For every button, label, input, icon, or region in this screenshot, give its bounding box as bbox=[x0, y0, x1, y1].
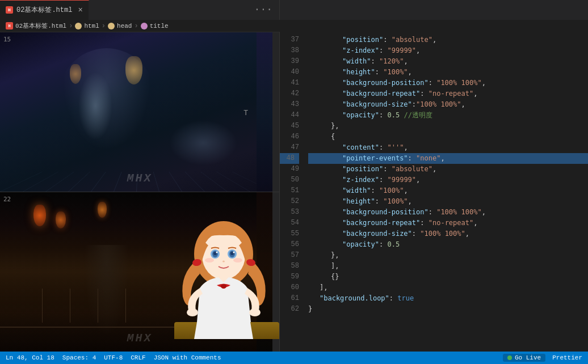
watermark-bottom: MHX bbox=[127, 332, 152, 345]
left-panel: 15 T MHX bbox=[0, 32, 280, 352]
breadcrumb-html: html bbox=[84, 23, 99, 29]
code-line-47: "content": "''", bbox=[308, 142, 588, 153]
code-line-55: "background-size": "100% 100%", bbox=[308, 228, 588, 239]
right-panel: 37 38 39 40 41 42 43 44 45 46 47 48 49 5… bbox=[280, 32, 588, 352]
code-line-45: }, bbox=[308, 121, 588, 132]
code-line-53: "background-position": "100% 100%", bbox=[308, 207, 588, 218]
t-indicator-bottom: T bbox=[243, 268, 248, 276]
bottom-image-panel: 22 T MHX bbox=[0, 192, 279, 352]
go-live-button[interactable]: Go Live bbox=[503, 354, 545, 362]
code-line-57: }, bbox=[308, 250, 588, 261]
code-line-38: "z-index": "99999", bbox=[308, 45, 588, 56]
tab-icon: H bbox=[6, 6, 13, 14]
code-content[interactable]: "position": "absolute", "z-index": "9999… bbox=[304, 32, 588, 352]
line-num-top: 15 bbox=[3, 36, 11, 43]
code-line-51: "width": "100%", bbox=[308, 185, 588, 196]
code-line-49: "position": "absolute", bbox=[308, 164, 588, 175]
main-layout: H 02基本标签.html × ··· H 02基本标签.html › html… bbox=[0, 0, 588, 352]
code-line-39: "width": "120%", bbox=[308, 56, 588, 67]
top-image-bg bbox=[0, 32, 279, 192]
breadcrumb-bar: H 02基本标签.html › html › head › title bbox=[0, 20, 280, 32]
breadcrumb-filename: 02基本标签.html bbox=[15, 22, 66, 30]
breadcrumb-icon-title bbox=[141, 23, 148, 29]
status-spaces: Spaces: 4 bbox=[62, 354, 96, 361]
breadcrumb-icon-head bbox=[108, 23, 115, 29]
breadcrumb-icon-html bbox=[75, 23, 82, 29]
breadcrumb-file-icon: H bbox=[6, 22, 13, 29]
code-line-59: {} bbox=[308, 272, 588, 282]
code-line-41: "background-position": "100% 100%", bbox=[308, 78, 588, 88]
code-line-52: "height": "100%", bbox=[308, 196, 588, 207]
code-editor: 37 38 39 40 41 42 43 44 45 46 47 48 49 5… bbox=[280, 32, 588, 352]
code-line-61: "background.loop": true bbox=[308, 293, 588, 304]
tab-label: 02基本标签.html bbox=[16, 5, 72, 15]
tab-bar: H 02基本标签.html × ··· bbox=[0, 0, 588, 20]
scrollbar-top[interactable] bbox=[272, 32, 279, 192]
tab-close-icon[interactable]: × bbox=[78, 6, 82, 15]
code-line-58: ], bbox=[308, 261, 588, 272]
prettier-label: Prettier bbox=[552, 354, 582, 361]
bottom-image-bg bbox=[0, 192, 279, 352]
code-line-44: "opacity": 0.5 //透明度 bbox=[308, 110, 588, 121]
status-line-ending: CRLF bbox=[131, 354, 145, 361]
app-container: H 02基本标签.html × ··· H 02基本标签.html › html… bbox=[0, 0, 588, 364]
live-dot-icon bbox=[507, 355, 512, 360]
top-image-panel: 15 T MHX bbox=[0, 32, 279, 192]
breadcrumb-title: title bbox=[150, 23, 169, 29]
status-right: Go Live Prettier bbox=[503, 354, 582, 362]
code-line-54: "background-repeat": "no-repeat", bbox=[308, 218, 588, 228]
code-line-37: "position": "absolute", bbox=[308, 35, 588, 45]
go-live-label: Go Live bbox=[515, 354, 541, 361]
status-language: JSON with Comments bbox=[154, 354, 221, 361]
status-position: Ln 48, Col 18 bbox=[6, 354, 54, 361]
content-area: 15 T MHX bbox=[0, 32, 588, 352]
t-indicator-top: T bbox=[243, 108, 248, 116]
code-line-48: "pointer-events": "none", bbox=[308, 153, 588, 164]
tab-menu-btn[interactable]: ··· bbox=[247, 4, 279, 15]
breadcrumb-sep3: › bbox=[134, 22, 138, 30]
breadcrumb-sep1: › bbox=[69, 22, 73, 30]
code-line-43: "background-size":"100% 100%", bbox=[308, 99, 588, 110]
code-line-62: } bbox=[308, 304, 588, 315]
status-bar: Ln 48, Col 18 Spaces: 4 UTF-8 CRLF JSON … bbox=[0, 352, 588, 364]
tab-file[interactable]: H 02基本标签.html × bbox=[0, 0, 89, 20]
line-numbers: 37 38 39 40 41 42 43 44 45 46 47 48 49 5… bbox=[280, 32, 304, 352]
breadcrumb-sep2: › bbox=[102, 22, 106, 30]
code-line-60: ], bbox=[308, 282, 588, 293]
status-encoding: UTF-8 bbox=[104, 354, 123, 361]
code-line-50: "z-index": "99999", bbox=[308, 175, 588, 185]
breadcrumb-head: head bbox=[117, 23, 132, 29]
code-line-40: "height": "100%", bbox=[308, 67, 588, 78]
scrollbar-bottom[interactable] bbox=[272, 192, 279, 352]
code-line-46: { bbox=[308, 132, 588, 142]
watermark-top: MHX bbox=[127, 172, 152, 185]
code-line-56: "opacity": 0.5 bbox=[308, 239, 588, 250]
line-num-bottom: 22 bbox=[3, 196, 11, 203]
code-line-42: "background-repeat": "no-repeat", bbox=[308, 88, 588, 99]
